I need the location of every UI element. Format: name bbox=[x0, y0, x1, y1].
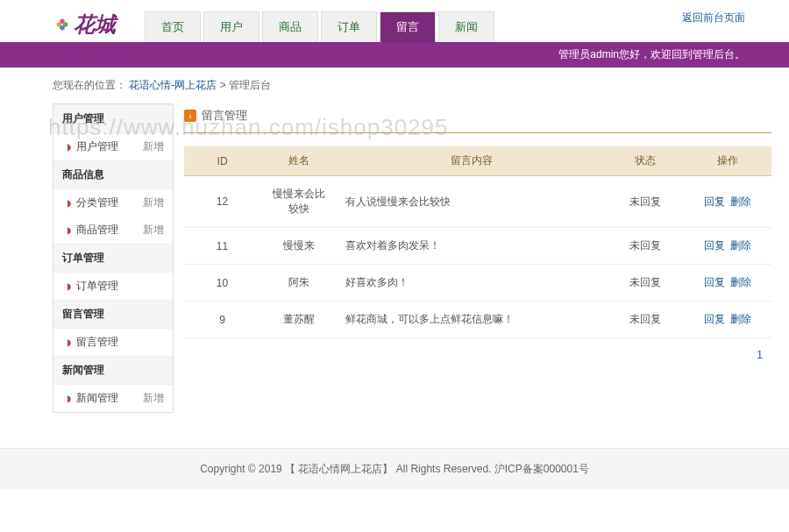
sidebar-item-1-1: ◗商品管理新增 bbox=[53, 216, 173, 244]
sidebar-add-link[interactable]: 新增 bbox=[143, 391, 164, 406]
delete-link[interactable]: 删除 bbox=[730, 239, 751, 252]
admin-welcome-bar: 管理员admin您好，欢迎回到管理后台。 bbox=[0, 42, 789, 67]
sidebar-header-4: 新闻管理 bbox=[53, 356, 173, 385]
messages-table: ID姓名留言内容状态操作 12慢慢来会比较快有人说慢慢来会比较快未回复回复删除1… bbox=[184, 146, 771, 338]
arrow-icon: › bbox=[184, 110, 196, 122]
sidebar-header-1: 商品信息 bbox=[53, 160, 173, 189]
sidebar-link[interactable]: ◗商品管理 bbox=[67, 223, 118, 238]
table-cell: 有人说慢慢来会比较快 bbox=[337, 176, 607, 228]
flower-icon bbox=[53, 15, 72, 34]
breadcrumb-home-link[interactable]: 花语心情-网上花店 bbox=[129, 79, 217, 91]
table-row: 11慢慢来喜欢对着多肉发呆！未回复回复删除 bbox=[184, 228, 771, 265]
reply-link[interactable]: 回复 bbox=[704, 313, 725, 325]
table-cell-actions: 回复删除 bbox=[683, 301, 771, 338]
sidebar-link[interactable]: ◗分类管理 bbox=[67, 195, 118, 210]
return-frontend-link[interactable]: 返回前台页面 bbox=[682, 11, 745, 25]
header: 花城 首页用户商品订单留言新闻 返回前台页面 bbox=[0, 0, 789, 42]
sidebar-item-2-0: ◗订单管理 bbox=[53, 273, 173, 300]
nav-item-0[interactable]: 首页 bbox=[145, 11, 201, 42]
bullet-icon: ◗ bbox=[67, 337, 71, 347]
sidebar: 用户管理◗用户管理新增商品信息◗分类管理新增◗商品管理新增订单管理◗订单管理留言… bbox=[53, 103, 174, 413]
table-header: 留言内容 bbox=[337, 146, 607, 176]
nav-item-3[interactable]: 订单 bbox=[321, 11, 377, 42]
delete-link[interactable]: 删除 bbox=[730, 313, 751, 325]
svg-point-3 bbox=[60, 25, 65, 30]
bullet-icon: ◗ bbox=[67, 394, 71, 403]
sidebar-link[interactable]: ◗留言管理 bbox=[67, 335, 118, 350]
sidebar-add-link[interactable]: 新增 bbox=[143, 195, 164, 210]
bullet-icon: ◗ bbox=[67, 198, 71, 208]
nav-item-1[interactable]: 用户 bbox=[203, 11, 259, 42]
bullet-icon: ◗ bbox=[67, 281, 71, 291]
table-cell: 阿朱 bbox=[260, 265, 337, 301]
sidebar-item-4-0: ◗新闻管理新增 bbox=[53, 385, 173, 412]
reply-link[interactable]: 回复 bbox=[704, 239, 725, 252]
table-cell: 鲜花商城，可以多上点鲜花信息嘛！ bbox=[337, 301, 607, 338]
table-header: 状态 bbox=[607, 146, 683, 176]
sidebar-link[interactable]: ◗用户管理 bbox=[67, 139, 118, 154]
table-cell: 未回复 bbox=[607, 176, 683, 228]
sidebar-header-2: 订单管理 bbox=[53, 244, 173, 273]
table-cell-actions: 回复删除 bbox=[683, 265, 771, 301]
table-header: ID bbox=[184, 146, 260, 176]
table-header: 姓名 bbox=[260, 146, 337, 176]
table-cell: 喜欢对着多肉发呆！ bbox=[337, 228, 607, 265]
breadcrumb-sep: > bbox=[220, 79, 229, 91]
content-title: › 留言管理 bbox=[184, 103, 771, 133]
pagination: 1 bbox=[184, 338, 771, 361]
table-cell: 慢慢来 bbox=[260, 228, 337, 265]
reply-link[interactable]: 回复 bbox=[704, 276, 725, 288]
sidebar-item-0-0: ◗用户管理新增 bbox=[53, 133, 173, 160]
table-header: 操作 bbox=[683, 146, 771, 176]
footer: Copyright © 2019 【 花语心情网上花店】 All Rights … bbox=[0, 448, 789, 490]
reply-link[interactable]: 回复 bbox=[704, 195, 725, 208]
table-row: 9董苏醒鲜花商城，可以多上点鲜花信息嘛！未回复回复删除 bbox=[184, 301, 771, 338]
nav-item-5[interactable]: 新闻 bbox=[438, 11, 494, 42]
sidebar-header-0: 用户管理 bbox=[53, 104, 173, 133]
table-cell: 未回复 bbox=[607, 265, 683, 301]
breadcrumb-prefix: 您现在的位置： bbox=[53, 79, 126, 91]
sidebar-link[interactable]: ◗新闻管理 bbox=[67, 391, 118, 406]
table-cell: 未回复 bbox=[607, 301, 683, 338]
page-1[interactable]: 1 bbox=[752, 347, 767, 363]
table-cell: 10 bbox=[184, 265, 260, 301]
logo[interactable]: 花城 bbox=[53, 7, 140, 42]
main-nav: 首页用户商品订单留言新闻 bbox=[145, 11, 497, 42]
bullet-icon: ◗ bbox=[67, 142, 71, 152]
table-cell: 12 bbox=[184, 176, 260, 228]
table-row: 10阿朱好喜欢多肉！未回复回复删除 bbox=[184, 265, 771, 301]
bullet-icon: ◗ bbox=[67, 225, 71, 235]
table-cell: 好喜欢多肉！ bbox=[337, 265, 607, 301]
table-cell: 慢慢来会比较快 bbox=[260, 176, 337, 228]
sidebar-item-1-0: ◗分类管理新增 bbox=[53, 189, 173, 216]
sidebar-add-link[interactable]: 新增 bbox=[143, 139, 164, 154]
sidebar-item-3-0: ◗留言管理 bbox=[53, 329, 173, 356]
table-cell-actions: 回复删除 bbox=[683, 228, 771, 265]
breadcrumb-current: 管理后台 bbox=[229, 79, 271, 91]
sidebar-add-link[interactable]: 新增 bbox=[143, 223, 164, 238]
sidebar-link[interactable]: ◗订单管理 bbox=[67, 279, 118, 294]
table-cell: 9 bbox=[184, 301, 260, 338]
main-area: 用户管理◗用户管理新增商品信息◗分类管理新增◗商品管理新增订单管理◗订单管理留言… bbox=[0, 103, 789, 430]
table-row: 12慢慢来会比较快有人说慢慢来会比较快未回复回复删除 bbox=[184, 176, 771, 228]
delete-link[interactable]: 删除 bbox=[730, 195, 751, 208]
table-cell-actions: 回复删除 bbox=[683, 176, 771, 228]
table-cell: 未回复 bbox=[607, 228, 683, 265]
nav-item-4[interactable]: 留言 bbox=[380, 11, 436, 42]
nav-item-2[interactable]: 商品 bbox=[262, 11, 318, 42]
delete-link[interactable]: 删除 bbox=[730, 276, 751, 288]
logo-text: 花城 bbox=[74, 11, 116, 39]
table-cell: 董苏醒 bbox=[260, 301, 337, 338]
breadcrumb: 您现在的位置： 花语心情-网上花店 > 管理后台 bbox=[0, 67, 789, 103]
content-panel: › 留言管理 ID姓名留言内容状态操作 12慢慢来会比较快有人说慢慢来会比较快未… bbox=[184, 103, 771, 413]
content-title-text: 留言管理 bbox=[202, 108, 247, 124]
table-cell: 11 bbox=[184, 228, 260, 265]
sidebar-header-3: 留言管理 bbox=[53, 300, 173, 329]
